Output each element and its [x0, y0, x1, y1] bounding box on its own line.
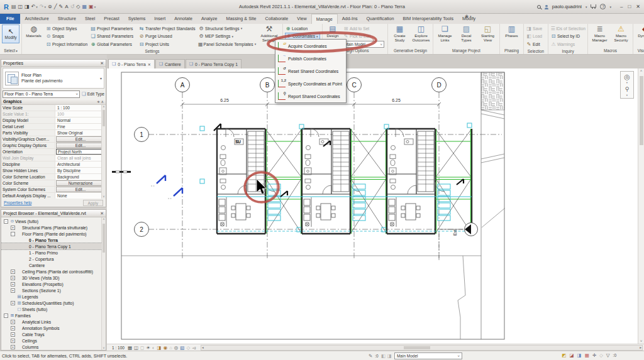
view-control-icon[interactable]: ◇: [186, 345, 190, 351]
app-store-icon[interactable]: [591, 4, 596, 8]
view-scale-button[interactable]: 1 : 100: [112, 346, 125, 350]
ribbon-tab[interactable]: Systems: [124, 14, 150, 24]
tree-item[interactable]: + Structural Plans (Pianta strutturale): [1, 224, 106, 231]
close-icon[interactable]: ✕: [100, 211, 104, 216]
expand-icon[interactable]: +: [11, 276, 15, 280]
expand-icon[interactable]: [18, 244, 22, 249]
ribbon-big-button[interactable]: ◆ Dynamo: [635, 25, 644, 38]
modify-button[interactable]: ↖ Modify: [2, 25, 19, 43]
expand-icon[interactable]: -: [11, 232, 15, 236]
ribbon-small-button[interactable]: ⊞ Add to Set: [343, 25, 386, 33]
properties-help-link[interactable]: Properties help: [4, 200, 31, 205]
ribbon-tab[interactable]: Collaborate: [261, 14, 293, 24]
tree-item[interactable]: + ▥ Schedules/Quantities (tutto): [1, 300, 106, 306]
ribbon-small-button[interactable]: ✎ Pick to Edit: [343, 33, 386, 41]
property-row[interactable]: Orientation Project North: [1, 149, 106, 155]
ribbon-display-toggle-icon[interactable]: ◉: [465, 14, 472, 19]
tree-item[interactable]: + Ceiling Plans (Pianta dei controsoffit…: [1, 268, 106, 275]
view-control-icon[interactable]: ◻: [140, 345, 144, 351]
floor-plan-drawing[interactable]: 6.25 6.30 6.25 A B C D: [107, 68, 644, 344]
view-control-icon[interactable]: ☀: [146, 345, 150, 351]
expand-icon[interactable]: +: [11, 320, 15, 324]
view-control-icon[interactable]: ◎: [174, 345, 179, 351]
property-row[interactable]: Default Analysis Display ... None: [1, 193, 106, 199]
menu-item[interactable]: ↺ Reset Shared Coordinates: [275, 65, 346, 77]
expand-icon[interactable]: -: [4, 314, 8, 318]
ribbon-tab[interactable]: View: [292, 14, 311, 24]
expand-icon[interactable]: +: [11, 332, 15, 337]
tree-item[interactable]: + Sections (Sezione 1): [1, 287, 106, 293]
qat-icon[interactable]: ╱: [54, 4, 57, 10]
tree-item[interactable]: 1 - Piano Primo: [1, 249, 106, 256]
tree-item[interactable]: + Annotation Symbols: [1, 325, 106, 331]
tree-item[interactable]: - Floor Plans (Piante del pavimento): [1, 231, 106, 237]
chevron-down-icon[interactable]: ▾: [100, 76, 102, 80]
qat-icon[interactable]: A: [65, 4, 68, 10]
revit-logo[interactable]: R: [4, 3, 9, 11]
tree-item[interactable]: + Columns: [1, 344, 106, 350]
panel-label[interactable]: Select: [2, 48, 19, 54]
tree-item[interactable]: - ⊙ Views (tutto): [1, 218, 106, 224]
qat-icon[interactable]: ✎: [59, 4, 64, 10]
ribbon-tab[interactable]: Architecture: [20, 14, 53, 24]
expand-icon[interactable]: +: [11, 345, 15, 349]
apply-button[interactable]: Apply: [83, 200, 104, 206]
ribbon-tab[interactable]: Precast: [99, 14, 123, 24]
worksharing-icon[interactable]: ◨: [387, 353, 392, 359]
steering-wheel-icon[interactable]: ◎: [624, 73, 630, 80]
status-tool-icon[interactable]: ◇: [599, 352, 603, 358]
view-control-icon[interactable]: ◅: [192, 345, 196, 351]
ribbon-small-button[interactable]: ⊙ Snaps: [45, 33, 88, 41]
view-control-icon[interactable]: ⌂: [169, 345, 172, 351]
expand-icon[interactable]: +: [11, 288, 15, 293]
window-control-button[interactable]: ✕: [636, 4, 640, 10]
ribbon-tab[interactable]: Add-Ins: [338, 14, 362, 24]
search-icon[interactable]: [537, 5, 541, 9]
ribbon-small-button[interactable]: ☰ IDs of Selection: [550, 25, 586, 33]
active-design-option-select[interactable]: Main Model: [343, 41, 384, 48]
qat-icon[interactable]: ▣: [89, 4, 96, 10]
property-row[interactable]: Scale Value 1: 100: [1, 111, 106, 117]
ribbon-small-button[interactable]: ⚠ Warnings: [550, 40, 586, 48]
ribbon-tab[interactable]: Steel: [80, 14, 99, 24]
expand-icon[interactable]: +: [11, 301, 15, 305]
edit-type-button[interactable]: ❏ Edit Type: [82, 91, 104, 97]
type-selector[interactable]: Floor Plan Piante del pavimento ▾: [3, 68, 104, 89]
ribbon-tab[interactable]: Structure: [53, 14, 80, 24]
zoom-icon[interactable]: ⚲: [625, 85, 630, 93]
model-canvas[interactable]: 6.25 6.30 6.25 A B C D: [107, 68, 644, 344]
tree-item[interactable]: 2 - Copertura: [1, 256, 106, 262]
menu-item[interactable]: → Publish Coordinates: [275, 52, 346, 65]
signed-in-user[interactable]: paolo.quadrini: [552, 4, 582, 9]
tree-item[interactable]: - ⊞ Families: [1, 312, 106, 319]
ribbon-small-button[interactable]: ◨ Save: [526, 25, 546, 33]
ribbon-tab[interactable]: Analyze: [197, 14, 222, 24]
ribbon-small-button[interactable]: ✎ Edit: [526, 40, 546, 48]
status-tool-icon[interactable]: ◩: [562, 352, 566, 358]
qat-icon[interactable]: ◫: [18, 4, 23, 10]
menu-item[interactable]: ⚲ Report Shared Coordinates: [275, 90, 346, 102]
property-row[interactable]: View Scale 1 : 100: [1, 105, 106, 111]
property-row[interactable]: Discipline Architectural: [1, 161, 106, 168]
property-row[interactable]: Wall Join Display Clean all wall joins: [1, 155, 106, 161]
property-row[interactable]: Detail Level Fine: [1, 124, 106, 130]
qat-icon[interactable]: ◨: [25, 4, 30, 10]
expand-icon[interactable]: +: [11, 270, 15, 274]
expand-icon[interactable]: [18, 238, 22, 243]
close-view-icon[interactable]: ✕: [148, 62, 151, 67]
help-menu-caret-icon[interactable]: ▾: [609, 5, 611, 9]
ribbon-tab[interactable]: Quantification: [362, 14, 399, 24]
view-tab[interactable]: ❏ 0 - Piano Terra Copy 1: [186, 59, 242, 68]
expand-icon[interactable]: [18, 251, 22, 255]
qat-icon[interactable]: ▤: [11, 4, 16, 10]
tree-item[interactable]: ▢ Sheets (tutto): [1, 306, 106, 312]
status-tool-icon[interactable]: ◨: [577, 352, 582, 358]
expand-icon[interactable]: +: [11, 282, 15, 286]
status-tool-icon[interactable]: ✛: [592, 352, 596, 358]
expand-icon[interactable]: [11, 295, 15, 299]
ribbon-big-button[interactable]: ⚠ Macro Security: [611, 25, 631, 42]
property-row[interactable]: System Color Schemes Edit...: [1, 187, 106, 193]
view-control-icon[interactable]: ◫: [134, 345, 138, 351]
browser-scrollbar[interactable]: ˄˅: [101, 217, 106, 350]
ribbon-big-button[interactable]: ▥ Phases: [502, 25, 521, 38]
